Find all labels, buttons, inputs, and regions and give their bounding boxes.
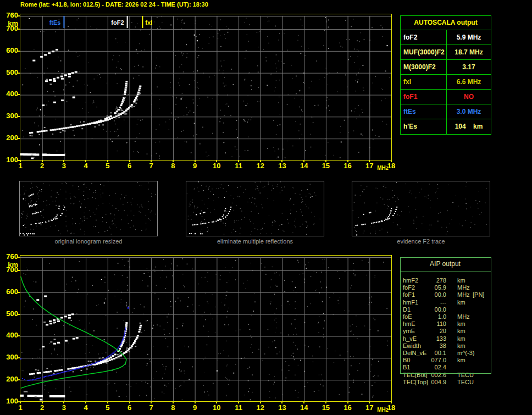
autoscala-param-value: 3.17 xyxy=(447,60,491,74)
y-axis-tick xyxy=(17,292,20,293)
x-axis-tick xyxy=(216,161,217,162)
y-tick-label: 600 xyxy=(1,47,18,54)
x-axis-tick xyxy=(391,402,392,403)
panel-evidence-f2-trace xyxy=(352,181,490,236)
x-axis-tick xyxy=(173,161,174,162)
aip-param-unit: m^(-3) xyxy=(457,350,474,356)
y-tick-label: 600 xyxy=(1,288,18,296)
aip-param-label: ymE xyxy=(403,328,415,334)
autoscala-row-h'Es: h'Es104 km xyxy=(401,119,491,134)
x-tick-label: 3 xyxy=(57,404,70,412)
x-tick-label: 17 xyxy=(363,404,376,412)
autoscala-row-MUF(3000)F2: MUF(3000)F218.7 MHz xyxy=(401,45,491,60)
x-axis-tick xyxy=(129,161,130,162)
x-axis-tick xyxy=(85,402,86,403)
aip-row-D1: D100.0 xyxy=(400,306,490,313)
aip-param-value: 05.9 xyxy=(415,284,446,291)
x-tick-label: 4 xyxy=(79,162,92,170)
autoscala-param-value: 6.6 MHz xyxy=(447,75,491,89)
y-axis-tick xyxy=(17,94,20,95)
x-axis-tick xyxy=(42,402,43,403)
x-tick-label: 2 xyxy=(36,404,49,412)
y-tick-label: 200 xyxy=(1,134,18,142)
x-tick-label: 14 xyxy=(297,404,311,412)
y-tick-label: 500 xyxy=(1,310,18,318)
y-axis-tick xyxy=(17,15,20,16)
x-tick-label: 15 xyxy=(319,404,332,412)
x-tick-label: 8 xyxy=(167,404,180,412)
x-tick-label: 14 xyxy=(297,162,311,170)
profile-canvas xyxy=(20,256,391,401)
aip-param-label: D1 xyxy=(403,306,411,313)
x-axis-tick xyxy=(20,161,21,162)
panel-canvas-2 xyxy=(352,181,490,236)
x-tick-label: 5 xyxy=(101,404,114,412)
x-tick-label: 10 xyxy=(210,404,223,412)
aip-param-unit: km xyxy=(457,335,465,342)
autoscala-param-label: h'Es xyxy=(401,119,447,134)
x-tick-label: 4 xyxy=(79,404,92,412)
x-tick-label: 7 xyxy=(145,162,158,170)
aip-param-label: B0 xyxy=(403,357,410,363)
x-axis-tick xyxy=(173,402,174,403)
aip-param-value: 20 xyxy=(415,328,446,334)
x-axis-tick xyxy=(260,161,261,162)
y-axis-tick xyxy=(17,116,20,117)
aip-param-unit: TECU xyxy=(457,379,474,385)
autoscala-row-foF1: foF1NO xyxy=(401,90,491,104)
aip-row-foE: foE1.0MHz xyxy=(400,313,490,320)
autoscala-param-label: foF2 xyxy=(401,30,447,45)
marker-ftEs-label: ftEs xyxy=(31,19,60,26)
x-axis-tick xyxy=(85,161,86,162)
autoscala-row-foF2: foF25.9 MHz xyxy=(401,30,491,45)
aip-param-value: 004.9 xyxy=(415,379,446,385)
x-axis-tick xyxy=(63,402,64,403)
y-tick-label: 500 xyxy=(1,69,18,76)
x-axis-tick xyxy=(20,402,21,403)
aip-param-label: foE xyxy=(403,313,412,320)
x-axis-tick xyxy=(216,402,217,403)
aip-param-note: [PN] xyxy=(473,291,484,298)
x-axis-tick xyxy=(63,161,64,162)
x-axis-tick xyxy=(107,161,108,162)
aip-param-value: 133 xyxy=(415,335,446,342)
y-axis-tick xyxy=(17,357,20,358)
x-axis-tick xyxy=(260,402,261,403)
autoscala-param-label: fxI xyxy=(401,75,447,89)
x-axis-tick xyxy=(107,402,108,403)
y-tick-label: 400 xyxy=(1,90,18,98)
y-axis-tick xyxy=(17,379,20,380)
aip-param-value: 278 xyxy=(415,277,446,284)
aip-param-value: 110 xyxy=(415,320,446,327)
aip-row-hmF2: hmF2278km xyxy=(400,277,490,284)
x-axis-tick xyxy=(303,161,304,162)
y-tick-label: 200 xyxy=(1,375,18,383)
aip-param-label: foF1 xyxy=(403,291,415,298)
panel-caption-evidence: evidence F2 trace xyxy=(352,238,490,245)
aip-param-unit: km xyxy=(457,277,465,284)
x-axis-tick xyxy=(347,161,348,162)
x-axis-tick xyxy=(281,402,282,403)
page-title: Rome (lat: +41.8, lon: 012.5) - DATE: 20… xyxy=(20,1,205,8)
y-axis-unit-label: km xyxy=(1,20,18,27)
aip-param-value: --- xyxy=(415,299,446,306)
y-axis-tick xyxy=(17,138,20,139)
marker-foF2-label: foF2 xyxy=(95,19,124,26)
y-axis-tick xyxy=(17,29,20,30)
x-tick-label: 9 xyxy=(189,162,202,170)
profile-plot xyxy=(20,255,392,402)
aip-param-unit: km xyxy=(457,320,465,327)
panel-canvas-1 xyxy=(186,181,324,236)
aip-param-unit: TECU xyxy=(457,372,474,378)
ionogram-canvas xyxy=(20,14,391,160)
aip-row-B1: B102.4 xyxy=(400,364,490,371)
aip-row-TEC[Top]: TEC[Top]004.9TECU xyxy=(400,379,490,386)
y-tick-label: 760 xyxy=(1,12,18,19)
aip-param-value: 077.0 xyxy=(415,357,446,363)
x-axis-tick xyxy=(151,161,152,162)
autoscala-table-rows: foF25.9 MHzMUF(3000)F218.7 MHzM(3000)F23… xyxy=(401,30,491,134)
aip-row-hmE: hmE110km xyxy=(400,320,490,328)
aip-param-value: 38 xyxy=(415,342,446,349)
x-axis-tick xyxy=(195,402,196,403)
aip-param-value: 00.0 xyxy=(415,306,446,313)
